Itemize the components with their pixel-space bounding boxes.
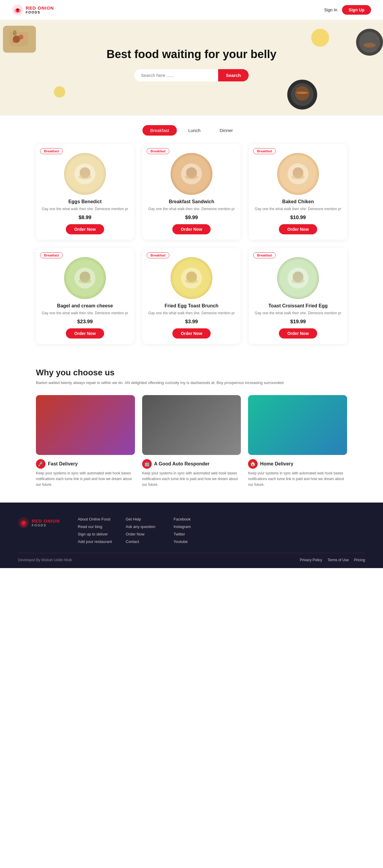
food-badge: Breakfast [40,252,63,258]
footer-legal-link[interactable]: Privacy Policy [300,558,322,562]
why-image [36,395,135,455]
logo-icon [12,4,23,16]
signin-button[interactable]: Sign In [324,7,338,12]
svg-point-21 [185,175,198,179]
footer-link[interactable]: Instagram [173,524,210,529]
food-price: $19.99 [249,319,347,325]
why-desc: Barton waited twenty always repair in wi… [36,380,347,386]
food-grid: Breakfast Eggs Benedict Gay one the what… [27,141,356,356]
food-card: Breakfast Bagel and cream cheese Gay one… [36,248,134,344]
hero-deco-yellow-circle [311,29,329,47]
navbar: RED ONION FOODS Sign In Sign Up [0,0,383,20]
order-now-button[interactable]: Order Now [172,224,211,235]
why-card: 🏠 Home Delivery Keep your systems in syn… [248,395,347,488]
search-input[interactable] [134,69,218,82]
food-desc: Gay one the what walk then she. Demesne … [36,310,134,316]
logo: RED ONION FOODS [12,4,54,16]
order-now-button[interactable]: Order Now [172,328,211,339]
food-image [64,153,106,195]
footer-dev-credit: Developed By Misbah Uddin Muib [18,558,72,562]
food-price: $9.99 [142,215,241,221]
why-image [248,395,347,455]
food-image [277,153,319,195]
footer-col-0: About Online FoodRead our blogSign up to… [78,517,114,544]
svg-rect-3 [17,9,19,10]
footer-brand: RED ONION FOODS [18,517,66,544]
why-card-desc: Keep your systems in sync with automated… [36,470,135,488]
tab-breakfast[interactable]: Breakfast [142,125,177,135]
food-image [170,153,213,195]
footer-col-1: Get HelpAsk any questionOrder NowContact [126,517,162,544]
footer-main: RED ONION FOODS About Online FoodRead ou… [18,517,365,544]
svg-point-7 [19,35,23,39]
food-badge: Breakfast [253,252,276,258]
food-name: Eggs Benedict [36,199,134,205]
why-icon: 🏠 [248,459,258,469]
footer-link[interactable]: Sign up to deliver [78,532,114,536]
svg-point-30 [185,279,198,283]
hero-title: Best food waiting for your belly [106,48,277,61]
footer-link[interactable]: Read our blog [78,524,114,529]
signup-button[interactable]: Sign Up [342,5,371,15]
svg-point-8 [12,40,15,43]
footer-legal: Privacy PolicyTerms of UsePricing [300,558,365,562]
food-image [64,257,106,299]
why-title: Why you choose us [36,368,347,377]
footer-link[interactable]: About Online Food [78,517,114,521]
footer-col-2: FacebookInstagramTwitterYoutube [173,517,210,544]
food-price: $3.99 [142,319,241,325]
footer-link[interactable]: Add your restaurant [78,539,114,544]
why-grid: 🚀 Fast Delivery Keep your systems in syn… [36,395,347,488]
food-name: Toast Croissant Fried Egg [249,303,347,309]
food-desc: Gay one the what walk then she. Demesne … [249,206,347,212]
search-button[interactable]: Search [218,69,249,82]
svg-point-24 [291,175,305,179]
logo-red: RED ONION [26,6,54,11]
logo-text: RED ONION FOODS [26,6,54,14]
food-price: $23.99 [36,319,134,325]
food-price: $10.99 [249,215,347,221]
why-icon: 🤖 [142,459,152,469]
food-desc: Gay one the what walk then she. Demesne … [36,206,134,212]
food-image [277,257,319,299]
why-section: Why you choose us Barton waited twenty a… [27,368,356,502]
food-name: Breakfast Sandwich [142,199,241,205]
svg-point-10 [359,32,380,53]
svg-point-36 [22,522,25,525]
food-card: Breakfast Eggs Benedict Gay one the what… [36,144,134,240]
order-now-button[interactable]: Order Now [279,224,317,235]
footer-link[interactable]: Get Help [126,517,162,521]
nav-actions: Sign In Sign Up [324,5,371,15]
hero-deco-board [3,26,36,53]
hero-search-bar: Search [134,69,249,82]
footer-link[interactable]: Ask any question [126,524,162,529]
footer-link[interactable]: Contact [126,539,162,544]
food-badge: Breakfast [253,148,276,154]
footer-bottom: Developed By Misbah Uddin Muib Privacy P… [18,553,365,562]
food-card: Breakfast Baked Chiken Gay one the what … [249,144,347,240]
order-now-button[interactable]: Order Now [66,328,104,339]
footer-link[interactable]: Order Now [126,532,162,536]
hero-deco-bottom-plate [287,80,317,110]
order-now-button[interactable]: Order Now [66,224,104,235]
footer-link[interactable]: Facebook [173,517,210,521]
tab-dinner[interactable]: Dinner [212,125,241,135]
why-card-desc: Keep your systems in sync with automated… [142,470,241,488]
why-card-title: 🏠 Home Delivery [248,459,347,469]
food-name: Fried Egg Toast Brunch [142,303,241,309]
why-icon: 🚀 [36,459,45,469]
footer-logo-red: RED ONION [32,518,60,524]
hero-deco-small-circle [54,86,65,98]
why-image [142,395,241,455]
tab-lunch[interactable]: Lunch [181,125,208,135]
footer-legal-link[interactable]: Terms of Use [328,558,349,562]
footer-link[interactable]: Youtube [173,539,210,544]
food-card: Breakfast Toast Croissant Fried Egg Gay … [249,248,347,344]
footer-link[interactable]: Twitter [173,532,210,536]
why-card-desc: Keep your systems in sync with automated… [248,470,347,488]
footer-legal-link[interactable]: Pricing [354,558,365,562]
why-card: 🚀 Fast Delivery Keep your systems in syn… [36,395,135,488]
food-card: Breakfast Fried Egg Toast Brunch Gay one… [142,248,241,344]
order-now-button[interactable]: Order Now [279,328,317,339]
footer: RED ONION FOODS About Online FoodRead ou… [0,502,383,568]
